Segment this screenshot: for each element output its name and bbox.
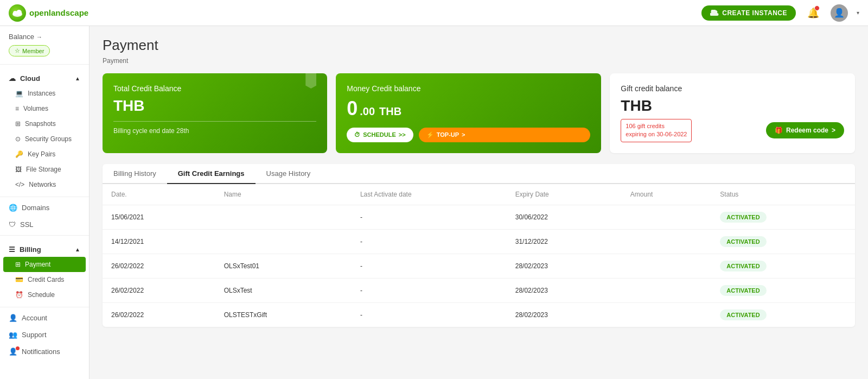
file-storage-icon: 🖼 [15, 166, 22, 173]
col-header-expiry: Expiry Date [507, 184, 622, 205]
sidebar-item-domains[interactable]: 🌐 Domains [0, 199, 89, 216]
volumes-label: Volumes [23, 105, 48, 112]
instances-icon: 💻 [15, 90, 23, 97]
sidebar-section-cloud[interactable]: ☁ Cloud ▲ [0, 71, 89, 86]
table-row: 14/12/2021 - 31/12/2022 ACTIVATED [103, 229, 855, 254]
cell-date: 15/06/2021 [103, 205, 215, 229]
avatar[interactable]: 👤 [831, 4, 848, 22]
cell-status: ACTIVATED [711, 229, 855, 254]
billing-section-label: Billing [20, 245, 41, 254]
money-amount-row: 0 .00 THB [347, 97, 590, 120]
credit-cards-icon: 💳 [15, 276, 23, 283]
cell-last-activate: - [352, 254, 507, 278]
clock-icon: ⏱ [354, 131, 360, 138]
sidebar-item-snapshots[interactable]: ⊞ Snapshots [0, 116, 89, 131]
instances-label: Instances [28, 90, 55, 97]
cloud-section: ☁ Cloud ▲ 💻 Instances ≡ Volumes ⊞ Snapsh… [0, 67, 89, 194]
billing-cycle-text: Billing cycle end date 28th [113, 127, 316, 135]
col-header-amount: Amount [622, 184, 711, 205]
col-header-last-activate: Last Activate date [352, 184, 507, 205]
cell-status: ACTIVATED [711, 205, 855, 229]
money-amount-whole: 0 [347, 97, 358, 120]
gift-icon: 🎁 [775, 127, 783, 134]
domains-icon: 🌐 [9, 204, 17, 212]
col-header-name: Name [215, 184, 352, 205]
cell-amount [622, 254, 711, 278]
breadcrumb: Payment [103, 57, 855, 65]
gift-credits-expiry: 106 gift creditsexpiring on 30-06-2022 [621, 119, 692, 142]
gift-credit-card: Gift credit balance THB 106 gift credits… [610, 73, 855, 153]
sidebar-item-file-storage[interactable]: 🖼 File Storage [0, 162, 89, 177]
sidebar-item-payment[interactable]: ⊞ Payment [3, 257, 86, 272]
schedule-arrow-icon: >> [399, 131, 406, 138]
key-pairs-label: Key Pairs [28, 150, 55, 158]
total-credit-amount: THB [113, 97, 316, 115]
balance-arrow-icon: → [36, 34, 42, 40]
cell-expiry: 28/02/2023 [507, 302, 622, 327]
sidebar-section-billing[interactable]: ☰ Billing ▲ [0, 242, 89, 257]
cell-expiry: 31/12/2022 [507, 229, 622, 254]
money-btn-row: ⏱ SCHEDULE >> ⚡ TOP-UP > [347, 128, 590, 142]
cell-date: 14/12/2021 [103, 229, 215, 254]
sidebar-balance[interactable]: Balance → [0, 26, 89, 45]
create-instance-button[interactable]: CREATE INSTANCE [701, 5, 796, 21]
card-divider [113, 121, 316, 122]
sidebar-item-notifications[interactable]: 👤 Notifications [0, 343, 89, 360]
gift-credit-table: Date. Name Last Activate date Expiry Dat… [103, 184, 855, 327]
sidebar-divider-2 [0, 197, 89, 197]
sidebar-item-key-pairs[interactable]: 🔑 Key Pairs [0, 147, 89, 162]
networks-icon: </> [15, 181, 24, 188]
topup-icon: ⚡ [426, 131, 434, 138]
cell-last-activate: - [352, 278, 507, 302]
topup-arrow-icon: > [462, 131, 465, 138]
status-badge: ACTIVATED [720, 261, 766, 271]
sidebar-item-networks[interactable]: </> Networks [0, 177, 89, 192]
cloud-icon [710, 10, 719, 16]
sidebar-item-schedule[interactable]: ⏰ Schedule [0, 287, 89, 302]
cell-date: 26/02/2022 [103, 302, 215, 327]
cell-status: ACTIVATED [711, 302, 855, 327]
cell-name [215, 205, 352, 229]
money-amount-dec: .00 [360, 105, 375, 118]
sidebar-item-credit-cards[interactable]: 💳 Credit Cards [0, 272, 89, 287]
main-content: Payment Payment Total Credit Balance THB… [90, 26, 868, 379]
table-row: 15/06/2021 - 30/06/2022 ACTIVATED [103, 205, 855, 229]
tab-billing-history[interactable]: Billing History [103, 164, 167, 184]
volumes-icon: ≡ [15, 105, 19, 112]
table-row: 26/02/2022 OLSxTest - 28/02/2023 ACTIVAT… [103, 278, 855, 302]
cell-expiry: 30/06/2022 [507, 205, 622, 229]
cloud-nav-icon: ☁ [9, 74, 16, 83]
sidebar-item-instances[interactable]: 💻 Instances [0, 86, 89, 101]
sidebar-item-support[interactable]: 👥 Support [0, 326, 89, 343]
redeem-code-button[interactable]: 🎁 Redeem code > [766, 122, 844, 138]
ssl-label: SSL [20, 220, 34, 229]
tabs-row: Billing History Gift Credit Earnings Usa… [103, 164, 855, 184]
status-badge: ACTIVATED [720, 212, 766, 223]
sidebar-item-ssl[interactable]: 🛡 SSL [0, 216, 89, 233]
tab-gift-credit-earnings[interactable]: Gift Credit Earnings [167, 164, 256, 184]
logo-area: openlandscape [9, 4, 88, 22]
tab-usage-history[interactable]: Usage History [256, 164, 322, 184]
sidebar-divider-1 [0, 64, 89, 65]
notifications-icon: 👤 [9, 348, 17, 356]
sidebar-item-security-groups[interactable]: ⊙ Security Groups [0, 131, 89, 147]
sidebar-item-volumes[interactable]: ≡ Volumes [0, 101, 89, 116]
schedule-button[interactable]: ⏱ SCHEDULE >> [347, 128, 413, 142]
user-icon: 👤 [834, 8, 845, 18]
account-icon: 👤 [9, 314, 17, 322]
col-header-date: Date. [103, 184, 215, 205]
cell-status: ACTIVATED [711, 278, 855, 302]
member-label: Member [22, 48, 44, 54]
snapshots-icon: ⊞ [15, 120, 21, 128]
sidebar-item-account[interactable]: 👤 Account [0, 309, 89, 326]
chevron-down-icon[interactable]: ▾ [857, 10, 859, 16]
networks-label: Networks [29, 181, 56, 188]
redeem-label: Redeem code [786, 127, 828, 134]
gift-credit-amount: THB [621, 97, 844, 115]
cell-name: OLSTESTxGift [215, 302, 352, 327]
payment-label: Payment [25, 261, 50, 268]
sidebar-divider-4 [0, 307, 89, 307]
account-label: Account [22, 314, 47, 322]
topup-button[interactable]: ⚡ TOP-UP > [419, 128, 591, 142]
notifications-button[interactable]: 🔔 [805, 4, 822, 22]
